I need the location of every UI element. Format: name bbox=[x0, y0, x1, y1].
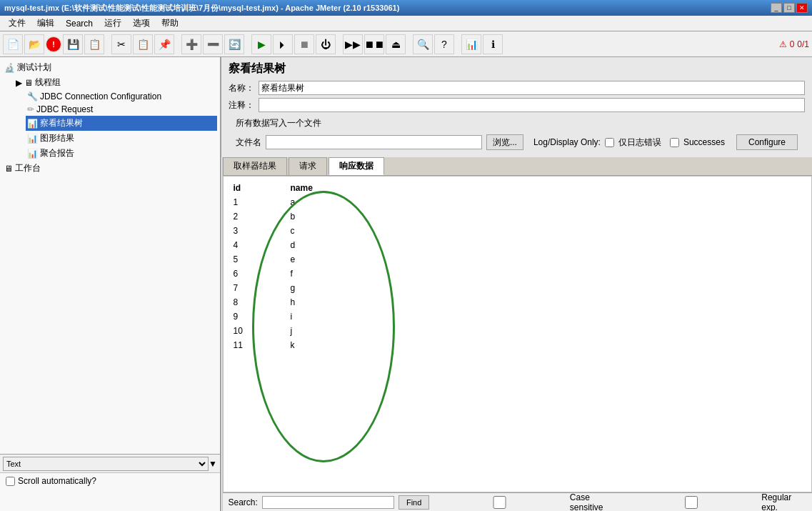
comment-label: 注释： bbox=[229, 99, 254, 111]
filename-label: 文件名 bbox=[236, 137, 261, 149]
tree-item-jdbc-connection[interactable]: 🔧 JDBC Connection Configuration bbox=[26, 90, 217, 103]
shutdown-button[interactable]: ⏻ bbox=[316, 34, 336, 54]
thread-group-icon: 🖥 bbox=[24, 78, 33, 88]
tree-item-workbench[interactable]: 🖥 工作台 bbox=[3, 161, 217, 176]
tree-item-test-plan[interactable]: 🔬 测试计划 bbox=[3, 60, 217, 75]
response-cell: 10 bbox=[231, 324, 288, 338]
response-cell: k bbox=[288, 338, 374, 352]
response-cell: 5 bbox=[231, 252, 288, 267]
search-input[interactable] bbox=[262, 496, 394, 509]
content-split: ▲ JDBC Request ▲ JDBC Request 取样器结果 请求 响… bbox=[221, 157, 812, 511]
response-cell: g bbox=[288, 281, 374, 295]
close-button[interactable]: ✕ bbox=[796, 3, 808, 13]
open-button[interactable]: 📂 bbox=[24, 34, 44, 54]
tree-label-view-results: 察看结果树 bbox=[40, 117, 83, 129]
paste-button[interactable]: 📌 bbox=[154, 34, 174, 54]
maximize-button[interactable]: □ bbox=[783, 3, 795, 13]
search-bar: Search: Find Case sensitive Regular exp. bbox=[223, 492, 812, 511]
scroll-auto-checkbox[interactable] bbox=[6, 477, 15, 486]
tab-sampler-results[interactable]: 取样器结果 bbox=[223, 157, 287, 175]
jdbc-request-icon: ✏ bbox=[27, 104, 34, 114]
find-button[interactable]: Find bbox=[399, 495, 429, 510]
stop-button[interactable]: ⏹ bbox=[294, 34, 314, 54]
view-results-icon: 📊 bbox=[27, 119, 38, 129]
response-cell: 6 bbox=[231, 267, 288, 281]
comment-row: 注释： bbox=[229, 98, 805, 112]
help-tool-button[interactable]: ? bbox=[434, 34, 454, 54]
error-indicator: ! bbox=[46, 36, 61, 52]
browse-button[interactable]: 浏览... bbox=[486, 134, 523, 150]
scroll-auto-row: Scroll automatically? bbox=[0, 473, 220, 489]
errors-only-label: 仅日志错误 bbox=[618, 137, 661, 149]
tabs-row: 取样器结果 请求 响应数据 bbox=[223, 157, 812, 176]
tree-item-graph-results[interactable]: 📊 图形结果 bbox=[26, 131, 217, 146]
menu-search[interactable]: Search bbox=[60, 17, 99, 30]
cut-button[interactable]: ✂ bbox=[111, 34, 131, 54]
tree-label-workbench: 工作台 bbox=[15, 162, 41, 174]
filename-input[interactable] bbox=[266, 135, 482, 149]
tabs-and-response: 取样器结果 请求 响应数据 idname1a2b3c4d5e6f7g8h9i10… bbox=[223, 157, 812, 511]
menu-run[interactable]: 运行 bbox=[99, 16, 127, 31]
comment-input[interactable] bbox=[259, 98, 805, 112]
menu-bar: 文件 编辑 Search 运行 选项 帮助 bbox=[0, 16, 812, 31]
tree-label-jdbc-request: JDBC Request bbox=[36, 104, 93, 114]
tree-item-aggregate-report[interactable]: 📊 聚合报告 bbox=[26, 146, 217, 161]
tree-label-jdbc-connection: JDBC Connection Configuration bbox=[40, 91, 161, 101]
minimize-button[interactable]: _ bbox=[771, 3, 782, 13]
tab-request[interactable]: 请求 bbox=[289, 157, 327, 175]
text-format-select[interactable]: Text bbox=[3, 457, 209, 471]
jdbc-connection-icon: 🔧 bbox=[27, 91, 38, 101]
new-button[interactable]: 📄 bbox=[3, 34, 23, 54]
remote-exit-button[interactable]: ⏏ bbox=[386, 34, 406, 54]
dropdown-arrow: ▼ bbox=[209, 459, 217, 469]
remote-stop-button[interactable]: ⏹⏹ bbox=[364, 34, 384, 54]
templates-button[interactable]: 📊 bbox=[461, 34, 481, 54]
clear-button[interactable]: 🔄 bbox=[224, 34, 244, 54]
start-button[interactable]: ▶ bbox=[251, 34, 271, 54]
menu-options[interactable]: 选项 bbox=[127, 16, 156, 31]
response-col-header: id bbox=[231, 181, 288, 195]
tree-label-aggregate-report: 聚合报告 bbox=[40, 147, 74, 159]
save-as-button[interactable]: 📋 bbox=[84, 34, 104, 54]
successes-checkbox[interactable] bbox=[670, 138, 679, 147]
menu-file[interactable]: 文件 bbox=[3, 16, 31, 31]
save-button[interactable]: 💾 bbox=[63, 34, 83, 54]
tree-item-jdbc-request[interactable]: ✏ JDBC Request bbox=[26, 103, 217, 116]
test-plan-icon: 🔬 bbox=[4, 63, 15, 73]
menu-edit[interactable]: 编辑 bbox=[31, 16, 60, 31]
search-tool-button[interactable]: 🔍 bbox=[413, 34, 433, 54]
errors-only-checkbox[interactable] bbox=[605, 138, 614, 147]
response-cell: d bbox=[288, 238, 374, 252]
title-bar: mysql-test.jmx (E:\软件测试\性能测试\性能测试培训班\7月份… bbox=[0, 0, 812, 16]
regex-checkbox[interactable] bbox=[626, 496, 757, 509]
response-cell: 8 bbox=[231, 295, 288, 309]
remote-start-button[interactable]: ▶▶ bbox=[343, 34, 363, 54]
info-button[interactable]: ℹ bbox=[483, 34, 503, 54]
response-cell: h bbox=[288, 295, 374, 309]
response-cell: 9 bbox=[231, 309, 288, 324]
tab-response-data[interactable]: 响应数据 bbox=[329, 157, 384, 175]
toolbar-status: ⚠ 0 0/1 bbox=[779, 39, 809, 49]
response-area: idname1a2b3c4d5e6f7g8h9i10j11k bbox=[223, 176, 812, 492]
tree-item-view-results[interactable]: 📊 察看结果树 bbox=[26, 116, 217, 131]
case-sensitive-label: Case sensitive bbox=[570, 492, 621, 512]
menu-help[interactable]: 帮助 bbox=[156, 16, 184, 31]
warning-icon: ⚠ bbox=[779, 39, 787, 49]
configure-button[interactable]: Configure bbox=[736, 134, 798, 150]
copy-button[interactable]: 📋 bbox=[133, 34, 153, 54]
right-panel: 察看结果树 名称： 注释： 所有数据写入一个文件 文件名 浏览... Log/D… bbox=[221, 57, 812, 511]
case-sensitive-checkbox[interactable] bbox=[433, 496, 565, 509]
response-cell: j bbox=[288, 324, 374, 338]
right-header: 察看结果树 名称： 注释： 所有数据写入一个文件 文件名 浏览... Log/D… bbox=[221, 57, 812, 157]
name-input[interactable] bbox=[259, 81, 805, 95]
graph-results-icon: 📊 bbox=[27, 134, 38, 144]
successes-label: Successes bbox=[683, 137, 725, 147]
response-cell: i bbox=[288, 309, 374, 324]
window-controls: _ □ ✕ bbox=[771, 3, 808, 13]
add-button[interactable]: ➕ bbox=[181, 34, 201, 54]
remove-button[interactable]: ➖ bbox=[203, 34, 223, 54]
tree-item-thread-group[interactable]: ▶ 🖥 线程组 bbox=[14, 75, 217, 90]
response-cell: 3 bbox=[231, 224, 288, 238]
start-no-pause-button[interactable]: ⏵ bbox=[273, 34, 293, 54]
panel-title: 察看结果树 bbox=[229, 61, 805, 76]
